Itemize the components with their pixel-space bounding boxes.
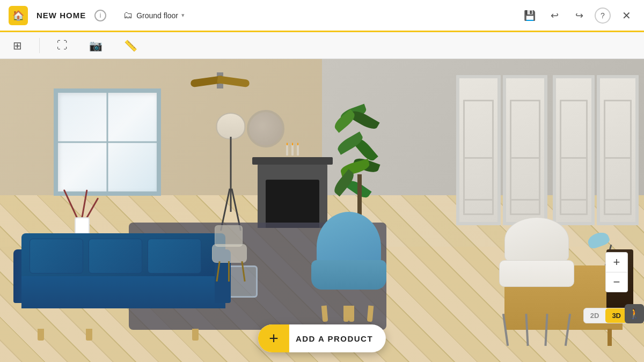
- sofa-cushion-2: [89, 239, 142, 274]
- chair-leg-1: [321, 306, 328, 322]
- person-view-button[interactable]: 🚶: [625, 304, 644, 323]
- measure-button[interactable]: 📏: [120, 37, 142, 54]
- wall-mirror: [247, 110, 284, 147]
- help-button[interactable]: ?: [595, 8, 611, 24]
- eames-leg-1: [216, 261, 220, 282]
- zoom-in-button[interactable]: +: [606, 253, 627, 272]
- white-chair-leg-4: [544, 314, 548, 346]
- view-2d-button[interactable]: 2D: [584, 308, 606, 323]
- sofa-leg-3: [192, 329, 199, 341]
- eames-seat: [212, 244, 247, 263]
- door-panel-right: [503, 75, 547, 225]
- zoom-out-button[interactable]: −: [606, 272, 627, 292]
- camera-icon: 📷: [89, 39, 103, 52]
- view-3d-button[interactable]: 3D: [605, 308, 627, 323]
- white-chair-leg-3: [525, 314, 529, 346]
- white-chair-back: [504, 217, 569, 263]
- floor-lamp: [215, 113, 247, 231]
- white-chair-leg-2: [565, 314, 571, 346]
- screenshot-button[interactable]: 📷: [85, 37, 107, 54]
- sofa-back: [21, 233, 225, 282]
- fullscreen-icon: ⛶: [57, 39, 68, 51]
- top-bar-right: 💾 ↩ ↪ ? ✕: [521, 6, 635, 25]
- blue-sofa: [21, 233, 225, 330]
- door-panel-2: [597, 75, 639, 225]
- sofa-cushion-1: [30, 239, 83, 274]
- redo-button[interactable]: ↪: [570, 6, 588, 25]
- single-door: [553, 75, 639, 225]
- branch-2: [81, 190, 88, 219]
- candles: [286, 145, 299, 156]
- viewport[interactable]: + − 2D 3D 🚶 + ADD A PRODUCT: [0, 59, 644, 362]
- add-product-icon: +: [258, 324, 289, 352]
- candle-1: [286, 145, 288, 156]
- sofa-cushion-3: [148, 239, 201, 274]
- candle-2: [291, 145, 294, 156]
- room-scene: + − 2D 3D 🚶 + ADD A PRODUCT: [0, 59, 644, 362]
- app-title: NEW HOME: [36, 11, 86, 20]
- fireplace-mantel: [252, 157, 333, 165]
- sofa-leg-1: [38, 329, 44, 341]
- eames-chair: [209, 223, 252, 282]
- door-panel: [553, 75, 595, 225]
- close-button[interactable]: ✕: [617, 6, 635, 25]
- ruler-icon: 📏: [124, 39, 137, 52]
- save-button[interactable]: 💾: [521, 6, 539, 25]
- floor-label: Ground floor: [136, 11, 178, 20]
- top-bar: 🏠 NEW HOME i 🗂 Ground floor ▾ 💾 ↩ ↪ ? ✕: [0, 0, 644, 32]
- undo-button[interactable]: ↩: [545, 6, 564, 25]
- chevron-down-icon: ▾: [181, 12, 185, 19]
- info-icon[interactable]: i: [94, 10, 106, 21]
- white-chair: [494, 217, 580, 346]
- candle-3: [297, 145, 299, 156]
- layout-icon: ⊞: [13, 39, 22, 52]
- sofa-leg-2: [86, 329, 92, 341]
- window: [54, 88, 161, 196]
- toolbar-separator: [39, 38, 40, 53]
- accent-chair: [311, 212, 386, 308]
- eames-back: [215, 225, 243, 247]
- sofa-seat: [21, 276, 225, 308]
- chair-leg-3: [343, 306, 349, 322]
- zoom-controls: + −: [605, 252, 628, 292]
- lamp-pole: [230, 137, 232, 212]
- view-mode-toggle: 2D 3D: [583, 308, 628, 323]
- add-product-label: ADD A PRODUCT: [296, 334, 386, 343]
- layers-icon: 🗂: [123, 10, 133, 21]
- double-door: [456, 75, 547, 225]
- floor-selector[interactable]: 🗂 Ground floor ▾: [119, 8, 189, 23]
- desk-leg: [608, 329, 612, 346]
- layout-view-button[interactable]: ⊞: [9, 37, 26, 54]
- fullscreen-button[interactable]: ⛶: [53, 37, 72, 54]
- lamp-shade: [216, 113, 246, 139]
- eames-leg-2: [228, 261, 230, 282]
- lamp-shade: [586, 230, 611, 250]
- toolbar: ⊞ ⛶ 📷 📏: [0, 32, 644, 59]
- ceiling-fan: [188, 67, 252, 94]
- white-chair-seat: [499, 260, 574, 287]
- eames-leg-3: [241, 261, 245, 282]
- chair-leg-4: [349, 306, 354, 322]
- app-logo: 🏠: [9, 6, 28, 25]
- white-chair-leg-1: [502, 314, 509, 346]
- chair-seat: [311, 260, 386, 290]
- add-product-button[interactable]: + ADD A PRODUCT: [258, 324, 386, 352]
- door-panel-left: [456, 75, 501, 225]
